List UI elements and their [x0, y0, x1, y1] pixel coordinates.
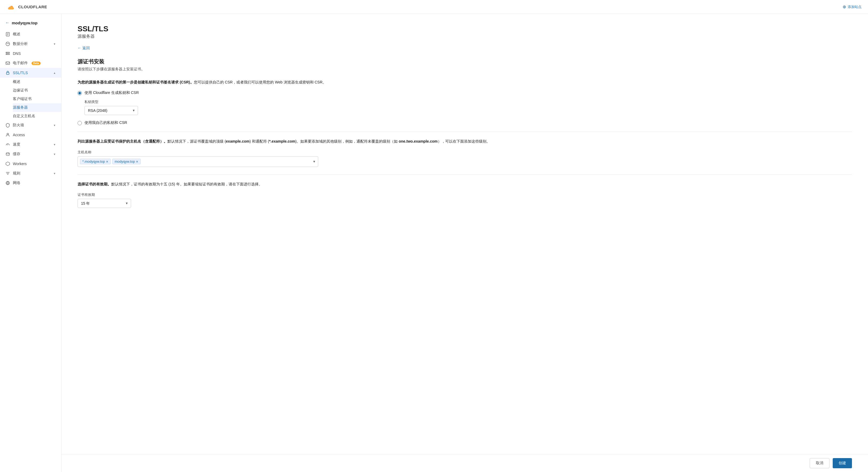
- cloudflare-logo-icon: [6, 4, 16, 10]
- sidebar-label-client-certs: 客户端证书: [13, 97, 32, 101]
- sidebar-item-network[interactable]: 网络: [0, 178, 61, 188]
- radio-cloudflare[interactable]: [78, 91, 82, 95]
- add-site-button[interactable]: ⊕ 添加站点: [843, 4, 862, 9]
- sidebar-label-network: 网络: [13, 181, 20, 185]
- key-type-form-group: 私钥类型 RSA (2048) ECDSA (P-256) ▼: [85, 99, 852, 115]
- email-icon: [5, 61, 10, 65]
- csr-info-text: 为您的源服务器生成证书的第一步是创建私钥和证书签名请求 (CSR)。您可以提供自…: [78, 79, 852, 85]
- radio-cloudflare-label[interactable]: 使用 Cloudflare 生成私钥和 CSR: [85, 90, 139, 95]
- svg-rect-9: [6, 62, 10, 64]
- hostname-tag-wildcard: *.modyqyw.top ×: [80, 159, 111, 164]
- hostname-tags-input[interactable]: *.modyqyw.top × modyqyw.top × ▼: [78, 156, 318, 167]
- svg-point-7: [6, 53, 7, 53]
- key-type-label: 私钥类型: [85, 99, 852, 105]
- validity-form-group: 证书有效期 15 年 10 年 5 年 2 年 1 年 6 个月 3 个月 ▼: [78, 193, 852, 208]
- validity-select-wrapper: 15 年 10 年 5 年 2 年 1 年 6 个月 3 个月 ▼: [78, 199, 131, 208]
- sidebar-item-custom-hostname[interactable]: 自定义主机名: [13, 112, 61, 120]
- chevron-speed-icon: ▼: [53, 143, 56, 146]
- sidebar-item-speed[interactable]: 速度 ▼: [0, 140, 61, 149]
- rules-icon: [5, 171, 10, 176]
- chevron-ssl-icon: ▲: [53, 71, 56, 75]
- cert-install-section: 源证书安装 请按照以下步骤在源服务器上安装证书。: [78, 58, 852, 72]
- back-arrow-icon: ←: [5, 20, 10, 25]
- sidebar-label-access: Access: [13, 133, 25, 137]
- svg-point-12: [6, 153, 9, 154]
- radio-option-own: 使用我自己的私钥和 CSR: [78, 120, 852, 125]
- page-header: SSL/TLS 源服务器: [78, 25, 852, 39]
- sidebar-label-ssl-overview: 概述: [13, 80, 20, 84]
- sidebar-item-workers[interactable]: Workers: [0, 159, 61, 169]
- back-link[interactable]: ← 返回: [78, 46, 90, 51]
- cancel-button[interactable]: 取消: [810, 458, 830, 468]
- sidebar-item-overview[interactable]: 概述: [0, 29, 61, 39]
- plus-icon: ⊕: [843, 4, 846, 9]
- divider-2: [78, 174, 852, 175]
- sidebar-item-firewall[interactable]: 防火墙 ▼: [0, 120, 61, 130]
- ssl-submenu: 概述 边缘证书 客户端证书 源服务器 自定义主机名: [0, 78, 61, 120]
- section-desc: 请按照以下步骤在源服务器上安装证书。: [78, 67, 852, 72]
- svg-rect-6: [6, 54, 10, 55]
- hostname-tag-root: modyqyw.top ×: [112, 159, 141, 164]
- topnav: CLOUDFLARE ⊕ 添加站点: [0, 0, 868, 14]
- validity-label: 证书有效期: [78, 193, 852, 197]
- svg-rect-10: [6, 72, 9, 75]
- chevron-rules-icon: ▼: [53, 172, 56, 175]
- page-title: SSL/TLS: [78, 25, 852, 33]
- speed-icon: [5, 142, 10, 147]
- svg-marker-13: [6, 162, 10, 166]
- sidebar-label-workers: Workers: [13, 161, 27, 166]
- sidebar-label-custom-hostname: 自定义主机名: [13, 114, 35, 119]
- sidebar-label-speed: 速度: [13, 142, 20, 147]
- sidebar-item-analytics[interactable]: 数据分析 ▼: [0, 39, 61, 49]
- sidebar-item-origin-server[interactable]: 源服务器: [13, 103, 61, 112]
- shield-icon: [5, 123, 10, 128]
- sidebar-item-access[interactable]: Access: [0, 130, 61, 140]
- radio-own-label[interactable]: 使用我自己的私钥和 CSR: [85, 120, 127, 125]
- sidebar-label-rules: 规则: [13, 171, 20, 176]
- logo-text: CLOUDFLARE: [18, 4, 47, 9]
- svg-point-11: [7, 133, 8, 135]
- sidebar-label-dns: DNS: [13, 51, 21, 56]
- sidebar-label-analytics: 数据分析: [13, 41, 28, 46]
- hostname-form-group: 主机名称 *.modyqyw.top × modyqyw.top × ▼: [78, 150, 852, 167]
- sidebar-item-ssl-overview[interactable]: 概述: [13, 78, 61, 86]
- bottom-bar: 取消 创建: [62, 454, 868, 472]
- svg-rect-5: [6, 52, 10, 53]
- key-type-select-wrapper: RSA (2048) ECDSA (P-256) ▼: [85, 106, 138, 115]
- create-button[interactable]: 创建: [833, 458, 852, 468]
- lock-icon: [5, 70, 10, 75]
- layout: ← modyqyw.top 概述 数据分析 ▼ DNS: [0, 14, 868, 472]
- sidebar-label-edge-certs: 边缘证书: [13, 88, 28, 93]
- radio-option-cloudflare: 使用 Cloudflare 生成私钥和 CSR: [78, 90, 852, 95]
- sidebar-item-cache[interactable]: 缓存 ▼: [0, 149, 61, 159]
- section-title: 源证书安装: [78, 58, 852, 65]
- sidebar-label-ssl: SSL/TLS: [13, 71, 28, 75]
- document-icon: [5, 32, 10, 37]
- sidebar-label-origin-server: 源服务器: [13, 105, 28, 110]
- chevron-cache-icon: ▼: [53, 153, 56, 156]
- validity-select[interactable]: 15 年 10 年 5 年 2 年 1 年 6 个月 3 个月: [78, 199, 131, 208]
- sidebar-item-email[interactable]: 电子邮件 Beta: [0, 58, 61, 68]
- sidebar-label-cache: 缓存: [13, 152, 20, 156]
- radio-own[interactable]: [78, 121, 82, 125]
- network-icon: [5, 181, 10, 185]
- sidebar-item-dns[interactable]: DNS: [0, 49, 61, 58]
- sidebar-item-rules[interactable]: 规则 ▼: [0, 169, 61, 178]
- chevron-analytics-icon: ▼: [53, 42, 56, 46]
- dns-icon: [5, 51, 10, 56]
- hostname-info-text: 列出源服务器上应受证书保护的主机名（含通配符）。默认情况下，源证书覆盖域的顶级 …: [78, 138, 852, 144]
- key-type-select[interactable]: RSA (2048) ECDSA (P-256): [85, 106, 138, 115]
- logo[interactable]: CLOUDFLARE: [6, 4, 47, 10]
- sidebar-item-ssl[interactable]: SSL/TLS ▲: [0, 68, 61, 78]
- tag-remove-root[interactable]: ×: [136, 160, 138, 164]
- tag-remove-wildcard[interactable]: ×: [106, 160, 108, 164]
- chevron-firewall-icon: ▼: [53, 124, 56, 127]
- hostname-section: 列出源服务器上应受证书保护的主机名（含通配符）。默认情况下，源证书覆盖域的顶级 …: [78, 138, 852, 167]
- sidebar-item-client-certs[interactable]: 客户端证书: [13, 95, 61, 103]
- beta-badge: Beta: [32, 62, 41, 65]
- main-content: SSL/TLS 源服务器 ← 返回 源证书安装 请按照以下步骤在源服务器上安装证…: [62, 14, 868, 472]
- svg-point-8: [6, 54, 7, 55]
- sidebar-item-edge-certs[interactable]: 边缘证书: [13, 86, 61, 95]
- sidebar-domain[interactable]: ← modyqyw.top: [0, 18, 61, 29]
- workers-icon: [5, 161, 10, 166]
